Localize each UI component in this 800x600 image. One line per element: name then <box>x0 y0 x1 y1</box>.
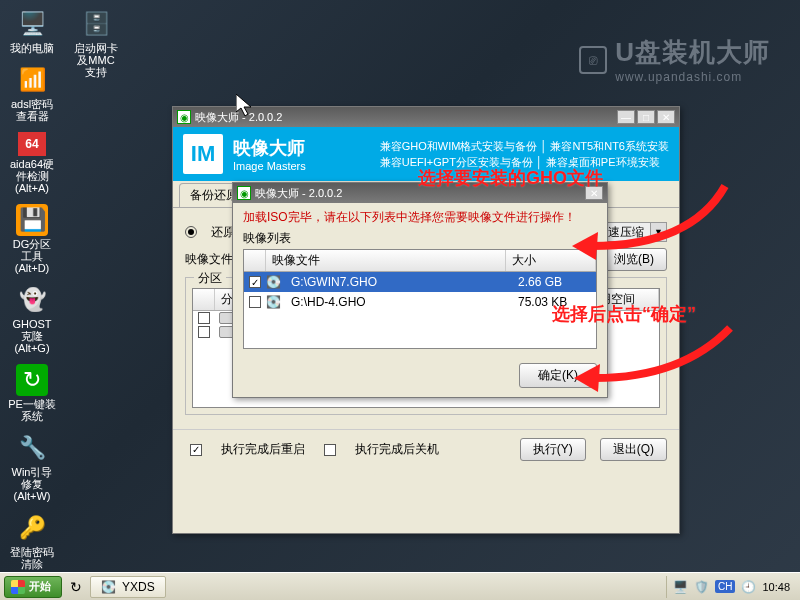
windows-flag-icon <box>11 580 25 594</box>
desktop-dg[interactable]: 💾DG分区工具(Alt+D) <box>8 204 56 274</box>
dialog-list-label: 映像列表 <box>243 230 597 247</box>
desktop-ghost[interactable]: 👻GHOST克隆(Alt+G) <box>8 284 56 354</box>
start-label: 开始 <box>29 579 51 594</box>
desktop-aida64[interactable]: 64aida64硬件检测(Alt+A) <box>8 132 56 194</box>
arrow-to-row <box>570 178 740 268</box>
tray-clock[interactable]: 10:48 <box>762 581 790 593</box>
taskbar-app[interactable]: 💽 YXDS <box>90 576 166 598</box>
reboot-checkbox[interactable]: ✓ <box>190 444 202 456</box>
image-row[interactable]: 💽 G:\HD-4.GHO 75.03 KB <box>244 292 596 312</box>
dialog-window: ◉ 映像大师 - 2.0.0.2 ✕ 加载ISO完毕，请在以下列表中选择您需要映… <box>232 182 608 398</box>
radio-restore[interactable] <box>185 226 197 238</box>
disk-icon: 💽 <box>101 580 116 594</box>
row-checkbox[interactable] <box>198 312 210 324</box>
bottom-actions: ✓ 执行完成后重启 执行完成后关机 执行(Y) 退出(Q) <box>173 429 679 469</box>
desktop-my-computer[interactable]: 🖥️我的电脑 <box>8 8 56 54</box>
tray-volume-icon[interactable]: 🕘 <box>741 580 756 594</box>
app-icon: ◉ <box>237 186 251 200</box>
image-list-table[interactable]: 映像文件 大小 ✓ 💽 G:\GWIN7.GHO 2.66 GB 💽 G:\HD… <box>243 249 597 349</box>
dialog-message: 加载ISO完毕，请在以下列表中选择您需要映像文件进行操作！ <box>233 203 607 228</box>
row-checkbox[interactable] <box>249 296 261 308</box>
app-icon: ◉ <box>177 110 191 124</box>
shutdown-label: 执行完成后关机 <box>355 441 439 458</box>
row-checkbox[interactable] <box>198 326 210 338</box>
task-label: YXDS <box>122 580 155 594</box>
quicklaunch-icon[interactable]: ↻ <box>66 577 86 597</box>
watermark-url: www.upandashi.com <box>615 70 770 84</box>
desktop-icons-col1: 🖥️我的电脑 📶adsl密码查看器 64aida64硬件检测(Alt+A) 💾D… <box>8 8 56 600</box>
col-file: 映像文件 <box>266 250 506 271</box>
svg-marker-0 <box>572 232 598 260</box>
desktop-win-boot[interactable]: 🔧Win引导修复(Alt+W) <box>8 432 56 502</box>
shutdown-checkbox[interactable] <box>324 444 336 456</box>
desktop-icons-col2: 🗄️启动网卡及MMC支持 <box>72 8 120 78</box>
watermark-icon: ⎚ <box>579 46 607 74</box>
exit-button[interactable]: 退出(Q) <box>600 438 667 461</box>
svg-marker-1 <box>574 364 600 392</box>
desktop-pe-install[interactable]: ↻PE一键装系统 <box>8 364 56 422</box>
row-checkbox[interactable]: ✓ <box>249 276 261 288</box>
banner-cn: 映像大师 <box>233 136 306 160</box>
system-tray: 🖥️ 🛡️ CH 🕘 10:48 <box>666 576 796 598</box>
banner-logo: IM <box>183 134 223 174</box>
desktop-net-mmc[interactable]: 🗄️启动网卡及MMC支持 <box>72 8 120 78</box>
execute-button[interactable]: 执行(Y) <box>520 438 586 461</box>
row-file: G:\HD-4.GHO <box>285 293 512 311</box>
svg-marker-2 <box>236 94 251 116</box>
annotation-click-ok: 选择后点击“确定” <box>552 302 696 326</box>
partition-group-title: 分区 <box>194 270 226 287</box>
minimize-button[interactable]: — <box>617 110 635 124</box>
arrow-to-ok <box>570 320 740 400</box>
banner-en: Image Masters <box>233 160 306 172</box>
taskbar: 开始 ↻ 💽 YXDS 🖥️ 🛡️ CH 🕘 10:48 <box>0 572 800 600</box>
annotation-select-gho: 选择要安装的GHO文件 <box>418 166 603 190</box>
tray-shield-icon[interactable]: 🛡️ <box>694 580 709 594</box>
reboot-label: 执行完成后重启 <box>221 441 305 458</box>
watermark: ⎚ U盘装机大师 www.upandashi.com <box>579 35 770 84</box>
tray-lang[interactable]: CH <box>715 580 735 593</box>
tray-network-icon[interactable]: 🖥️ <box>673 580 688 594</box>
watermark-title: U盘装机大师 <box>615 35 770 70</box>
dialog-title: 映像大师 - 2.0.0.2 <box>255 186 342 201</box>
disk-icon: 💽 <box>266 275 281 289</box>
banner-compat1: 兼容GHO和WIM格式安装与备份 │ 兼容NT5和NT6系统安装 <box>380 138 669 154</box>
start-button[interactable]: 开始 <box>4 576 62 598</box>
close-button[interactable]: ✕ <box>657 110 675 124</box>
disk-icon: 💽 <box>266 295 281 309</box>
cursor-icon <box>236 94 254 118</box>
desktop-adsl[interactable]: 📶adsl密码查看器 <box>8 64 56 122</box>
row-file: G:\GWIN7.GHO <box>285 273 512 291</box>
image-row-selected[interactable]: ✓ 💽 G:\GWIN7.GHO 2.66 GB <box>244 272 596 292</box>
maximize-button[interactable]: □ <box>637 110 655 124</box>
row-size: 2.66 GB <box>512 273 596 291</box>
